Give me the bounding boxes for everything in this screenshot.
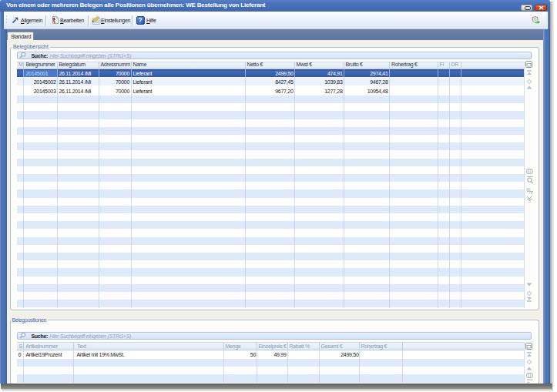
svg-text:78: 78 — [528, 190, 533, 194]
svg-text:8: 8 — [528, 199, 531, 203]
